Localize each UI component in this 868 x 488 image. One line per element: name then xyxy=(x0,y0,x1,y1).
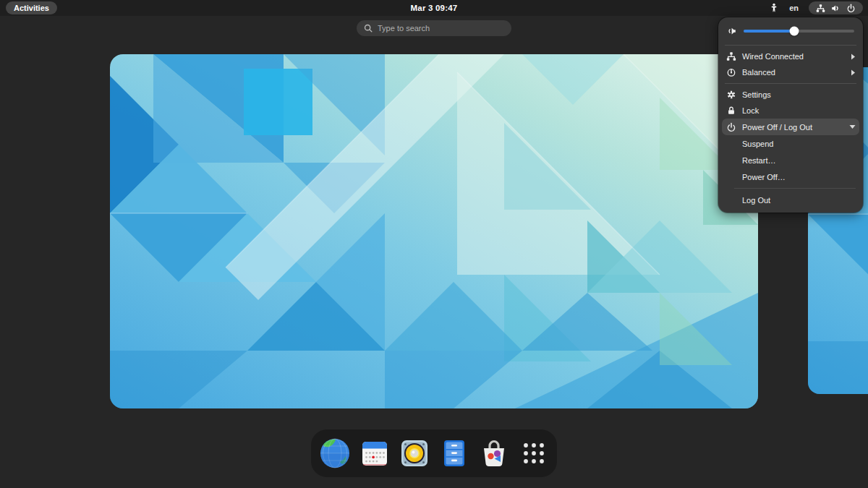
workspace-thumbnail-current[interactable] xyxy=(110,54,758,408)
network-wired-icon xyxy=(726,51,736,61)
dock-item-app-grid[interactable] xyxy=(517,437,550,470)
speaker-icon xyxy=(398,437,431,470)
software-bag-icon xyxy=(477,437,511,470)
volume-icon xyxy=(831,4,841,13)
separator xyxy=(725,83,856,84)
menu-item-log-out[interactable]: Log Out xyxy=(718,192,863,208)
menu-item-power-profile[interactable]: Balanced xyxy=(718,64,863,80)
volume-slider-knob[interactable] xyxy=(790,27,799,36)
menu-item-label: Settings xyxy=(742,90,771,99)
power-profile-icon xyxy=(726,67,736,77)
menu-item-suspend[interactable]: Suspend xyxy=(718,135,863,152)
wallpaper xyxy=(110,54,758,408)
menu-item-settings[interactable]: Settings xyxy=(718,87,863,103)
web-browser-icon xyxy=(318,437,352,470)
search-icon xyxy=(364,24,373,33)
dock-item-files[interactable] xyxy=(438,437,471,470)
menu-item-power-off[interactable]: Power Off… xyxy=(718,168,863,185)
volume-slider-fill xyxy=(744,30,794,33)
network-wired-icon xyxy=(816,4,825,13)
menu-item-lock[interactable]: Lock xyxy=(718,103,863,119)
menu-item-label: Restart… xyxy=(742,156,775,165)
gear-icon xyxy=(726,90,736,100)
dock-item-calendar[interactable] xyxy=(358,437,391,470)
system-menu: Wired Connected Balanced Settings xyxy=(718,17,863,213)
menu-item-wired-connected[interactable]: Wired Connected xyxy=(718,48,863,64)
dock-item-web-browser[interactable] xyxy=(318,437,352,470)
system-status-area[interactable] xyxy=(809,1,863,14)
activities-button[interactable]: Activities xyxy=(6,1,57,14)
clock[interactable]: Mar 3 09:47 xyxy=(0,4,868,12)
search-bar[interactable] xyxy=(357,20,511,36)
top-bar: Activities Mar 3 09:47 en xyxy=(0,0,868,16)
separator xyxy=(734,188,856,189)
accessibility-icon[interactable] xyxy=(769,3,779,13)
app-grid-icon xyxy=(517,437,550,470)
expanded-arrow-icon xyxy=(849,124,856,129)
menu-item-label: Log Out xyxy=(742,196,770,205)
menu-item-label: Lock xyxy=(742,106,759,115)
power-icon xyxy=(726,122,736,132)
volume-slider[interactable] xyxy=(744,26,854,36)
file-cabinet-icon xyxy=(438,437,471,470)
keyboard-layout-indicator[interactable]: en xyxy=(789,4,799,12)
dash xyxy=(311,429,557,477)
menu-item-restart[interactable]: Restart… xyxy=(718,152,863,168)
speaker-icon xyxy=(727,26,737,36)
separator xyxy=(725,45,856,46)
menu-item-power-off-log-out[interactable]: Power Off / Log Out xyxy=(722,119,859,135)
dock-item-music-player[interactable] xyxy=(398,437,431,470)
menu-item-label: Suspend xyxy=(742,140,773,148)
menu-item-label: Balanced xyxy=(742,68,775,77)
search-input[interactable] xyxy=(378,24,504,33)
dock-item-software[interactable] xyxy=(477,437,511,470)
submenu-arrow-icon xyxy=(851,53,856,60)
menu-item-label: Power Off / Log Out xyxy=(742,123,812,132)
menu-item-label: Power Off… xyxy=(742,173,786,181)
submenu-arrow-icon xyxy=(851,69,856,76)
menu-item-label: Wired Connected xyxy=(742,52,804,61)
volume-slider-row xyxy=(718,21,863,42)
calendar-icon xyxy=(358,437,391,470)
power-icon xyxy=(846,4,856,13)
lock-icon xyxy=(726,106,736,116)
